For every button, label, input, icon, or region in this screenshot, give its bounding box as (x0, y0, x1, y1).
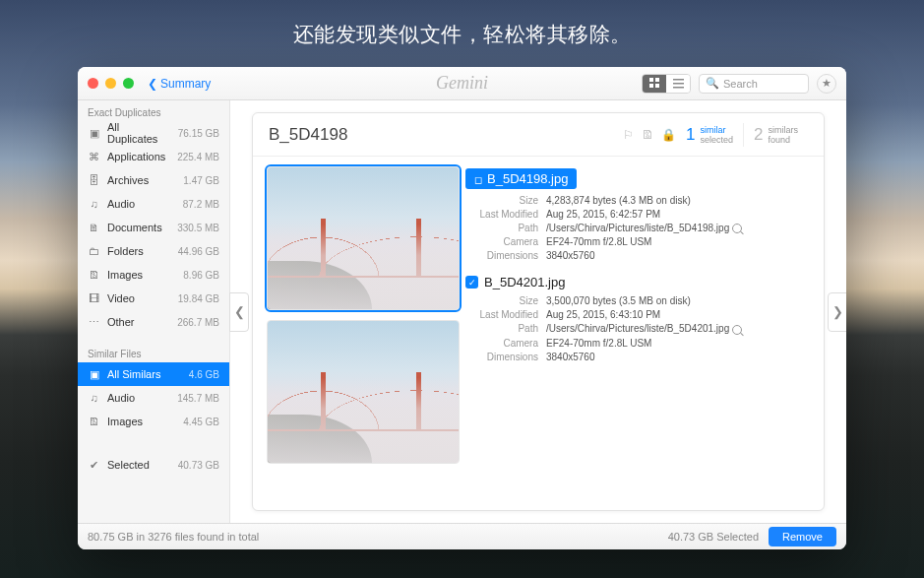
app-brand: Gemini (436, 73, 488, 94)
file-name-row[interactable]: B_5D4198.jpg (465, 168, 808, 189)
category-icon: ♫ (88, 392, 100, 404)
sidebar-item-label: Images (107, 416, 176, 427)
meta-value: 4,283,874 bytes (4.3 MB on disk) (546, 195, 808, 206)
reveal-icon[interactable] (732, 325, 742, 335)
meta-value: 3840x5760 (546, 250, 808, 261)
category-icon: ♫ (88, 198, 100, 210)
lock-icon[interactable]: 🔒 (661, 128, 676, 142)
meta-value: EF24-70mm f/2.8L USM (546, 236, 808, 247)
stat-found-count: 2 (754, 125, 763, 145)
sidebar-item-size: 76.15 GB (178, 128, 219, 139)
card-title: B_5D4198 (269, 125, 623, 145)
sidebar-item-label: Other (107, 316, 170, 328)
reveal-icon[interactable] (732, 224, 742, 233)
sidebar-item[interactable]: 🖻Images4.45 GB (78, 410, 229, 433)
category-icon: ▣ (88, 127, 100, 140)
thumbnail[interactable] (267, 166, 460, 310)
sidebar-item-size: 19.84 GB (178, 293, 219, 304)
view-list-button[interactable] (666, 75, 690, 93)
sidebar-item-label: Selected (107, 459, 171, 471)
file-meta: Size4,283,874 bytes (4.3 MB on disk)Last… (465, 195, 808, 261)
file-name-row[interactable]: ✓B_5D4201.jpg (465, 275, 808, 289)
search-input[interactable]: 🔍 Search (699, 74, 809, 94)
meta-key: Size (465, 295, 546, 306)
sidebar-item[interactable]: 🗎Documents330.5 MB (78, 216, 229, 239)
sidebar-item[interactable]: ♫Audio145.7 MB (78, 386, 229, 410)
preview-icon[interactable]: 🖻 (642, 128, 653, 142)
back-label: Summary (160, 77, 211, 91)
thumbnail-column (253, 157, 460, 510)
sidebar-item-label: Archives (107, 174, 176, 186)
sidebar-item-size: 87.2 MB (183, 199, 219, 210)
zoom-button[interactable] (123, 78, 134, 89)
prev-button[interactable]: ❮ (229, 292, 249, 332)
sidebar-item-label: All Duplicates (107, 121, 171, 145)
sidebar-item-label: Folders (107, 245, 171, 257)
minimize-button[interactable] (105, 78, 116, 89)
sidebar-header-exact: Exact Duplicates (78, 100, 229, 121)
stat-selected-count: 1 (686, 125, 695, 145)
meta-value: 3,500,070 bytes (3.5 MB on disk) (546, 295, 808, 306)
meta-key: Dimensions (465, 352, 546, 362)
meta-key: Path (465, 323, 546, 334)
sidebar-item-selected[interactable]: ✔ Selected 40.73 GB (78, 453, 229, 477)
sidebar-item-size: 330.5 MB (177, 223, 219, 233)
checkbox-icon[interactable]: ✓ (465, 276, 478, 289)
favorite-button[interactable]: ★ (817, 74, 836, 94)
file-name: B_5D4201.jpg (484, 275, 565, 289)
back-button[interactable]: ❮ Summary (148, 77, 211, 91)
category-icon: 🗎 (88, 222, 100, 233)
meta-value: /Users/Chirva/Pictures/liste/B_5D4201.jp… (546, 323, 808, 334)
meta-value: /Users/Chirva/Pictures/liste/B_5D4198.jp… (546, 223, 808, 233)
sidebar-item[interactable]: 🖻Images8.96 GB (78, 263, 229, 287)
next-button[interactable]: ❯ (828, 292, 846, 332)
meta-key: Size (465, 195, 546, 206)
meta-key: Dimensions (465, 250, 546, 261)
view-grid-button[interactable] (643, 75, 666, 93)
sidebar-item-label: Images (107, 269, 176, 281)
category-icon: 🗄 (88, 174, 100, 186)
file-meta: Size3,500,070 bytes (3.5 MB on disk)Last… (465, 295, 808, 361)
file-name: B_5D4198.jpg (465, 168, 577, 189)
sidebar-item[interactable]: 🗀Folders44.96 GB (78, 239, 229, 263)
category-icon: ⌘ (88, 151, 100, 163)
sidebar-item-size: 266.7 MB (177, 317, 219, 328)
remove-button[interactable]: Remove (769, 527, 836, 546)
svg-rect-4 (673, 79, 684, 81)
sidebar-item-label: Applications (107, 151, 170, 162)
sidebar-item-size: 1.47 GB (183, 175, 219, 186)
star-icon: ★ (822, 77, 832, 90)
category-icon: 🖻 (88, 269, 100, 281)
svg-rect-5 (673, 83, 684, 85)
category-icon: 🎞 (88, 292, 100, 304)
app-window: ❮ Summary Gemini 🔍 Search ★ (78, 67, 846, 549)
titlebar: ❮ Summary Gemini 🔍 Search ★ (78, 67, 846, 100)
meta-value: EF24-70mm f/2.8L USM (546, 338, 808, 349)
category-icon: ⋯ (88, 316, 100, 329)
card-header: B_5D4198 ⚐ 🖻 🔒 1 similarselected 2 simil… (253, 113, 824, 157)
search-icon: 🔍 (706, 77, 719, 90)
meta-key: Camera (465, 236, 546, 247)
flag-icon[interactable]: ⚐ (623, 128, 634, 142)
sidebar-item[interactable]: ▣All Similars4.6 GB (78, 362, 229, 386)
thumbnail[interactable] (267, 320, 460, 464)
sidebar-item-label: Documents (107, 222, 170, 233)
sidebar-item-size: 225.4 MB (177, 152, 219, 162)
stat-found: 2 similarsfound (744, 125, 808, 145)
status-bar: 80.75 GB in 3276 files found in total 40… (78, 523, 846, 549)
page-subtitle: 还能发现类似文件，轻松将其移除。 (0, 0, 924, 48)
sidebar-item[interactable]: ⋯Other266.7 MB (78, 310, 229, 334)
sidebar-item[interactable]: ⌘Applications225.4 MB (78, 145, 229, 168)
footer-selected: 40.73 GB Selected (668, 531, 759, 543)
sidebar-item[interactable]: 🎞Video19.84 GB (78, 287, 229, 310)
sidebar: Exact Duplicates ▣All Duplicates76.15 GB… (78, 100, 230, 523)
svg-rect-3 (655, 84, 659, 88)
close-button[interactable] (88, 78, 98, 89)
sidebar-item[interactable]: ♫Audio87.2 MB (78, 192, 229, 216)
chevron-left-icon: ❮ (148, 77, 157, 91)
meta-value: Aug 25, 2015, 6:42:57 PM (546, 209, 808, 220)
category-icon: ▣ (88, 368, 100, 381)
sidebar-item[interactable]: 🗄Archives1.47 GB (78, 168, 229, 192)
sidebar-item[interactable]: ▣All Duplicates76.15 GB (78, 121, 229, 145)
meta-value: Aug 25, 2015, 6:43:10 PM (546, 309, 808, 320)
